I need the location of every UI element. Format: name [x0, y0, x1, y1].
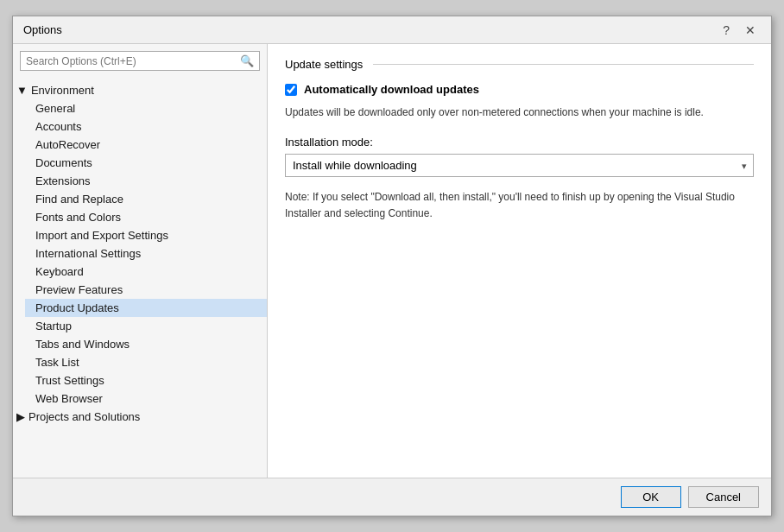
- tree-container: ▼ Environment General Accounts AutoRecov…: [13, 78, 267, 478]
- tree-item-trust-settings[interactable]: Trust Settings: [25, 371, 267, 390]
- tree-children-environment: General Accounts AutoRecover Documents E…: [13, 99, 267, 408]
- options-dialog: Options ? ✕ 🔍 ▼ Environment General Acco…: [12, 16, 772, 516]
- title-bar: Options ? ✕: [13, 16, 771, 44]
- tree-item-find-replace[interactable]: Find and Replace: [25, 190, 267, 208]
- installation-mode-label: Installation mode:: [285, 136, 754, 149]
- tree-item-autorecover[interactable]: AutoRecover: [25, 136, 267, 154]
- tree-item-startup[interactable]: Startup: [25, 317, 267, 335]
- title-bar-controls: ? ✕: [718, 22, 761, 38]
- auto-download-row: Automatically download updates: [285, 83, 754, 96]
- dialog-body: 🔍 ▼ Environment General Accounts AutoRec…: [13, 44, 771, 478]
- tree-item-accounts[interactable]: Accounts: [25, 117, 267, 136]
- auto-download-checkbox[interactable]: [285, 84, 297, 96]
- tree-group-projects[interactable]: ▶ Projects and Solutions: [13, 408, 267, 426]
- tree-item-tabs-windows[interactable]: Tabs and Windows: [25, 335, 267, 353]
- tree-item-preview[interactable]: Preview Features: [25, 281, 267, 299]
- tree-group-projects-label: Projects and Solutions: [28, 410, 140, 423]
- tree-item-international[interactable]: International Settings: [25, 244, 267, 263]
- tree-group-label: Environment: [31, 84, 94, 97]
- note-text: Note: If you select "Download all, then …: [285, 189, 754, 221]
- right-panel: Update settings Automatically download u…: [268, 44, 771, 478]
- dropdown-wrap: Install while downloading Download all, …: [285, 154, 754, 177]
- section-title: Update settings: [285, 58, 754, 71]
- close-button[interactable]: ✕: [740, 22, 761, 38]
- tree-item-product-updates[interactable]: Product Updates: [25, 299, 267, 317]
- tree-item-extensions[interactable]: Extensions: [25, 172, 267, 190]
- help-button[interactable]: ?: [718, 22, 735, 38]
- ok-button[interactable]: OK: [621, 486, 681, 508]
- dialog-title: Options: [23, 23, 62, 36]
- description-text: Updates will be downloaded only over non…: [285, 104, 754, 120]
- tree-item-fonts-colors[interactable]: Fonts and Colors: [25, 208, 267, 226]
- tree-item-task-list[interactable]: Task List: [25, 353, 267, 371]
- tree-item-import-export[interactable]: Import and Export Settings: [25, 226, 267, 244]
- search-icon: 🔍: [240, 54, 254, 67]
- cancel-button[interactable]: Cancel: [688, 486, 759, 508]
- tree-item-keyboard[interactable]: Keyboard: [25, 263, 267, 281]
- expand-icon-projects: ▶: [16, 410, 25, 423]
- search-input[interactable]: [26, 55, 240, 67]
- tree-group-environment[interactable]: ▼ Environment: [13, 81, 267, 99]
- search-box[interactable]: 🔍: [20, 51, 260, 71]
- auto-download-label[interactable]: Automatically download updates: [304, 83, 479, 96]
- tree-item-web-browser[interactable]: Web Browser: [25, 390, 267, 408]
- left-panel: 🔍 ▼ Environment General Accounts AutoRec…: [13, 44, 268, 478]
- dialog-footer: OK Cancel: [13, 478, 771, 516]
- installation-mode-dropdown[interactable]: Install while downloading Download all, …: [285, 154, 754, 177]
- tree-item-documents[interactable]: Documents: [25, 154, 267, 172]
- expand-icon: ▼: [16, 84, 28, 97]
- tree-item-general[interactable]: General: [25, 99, 267, 117]
